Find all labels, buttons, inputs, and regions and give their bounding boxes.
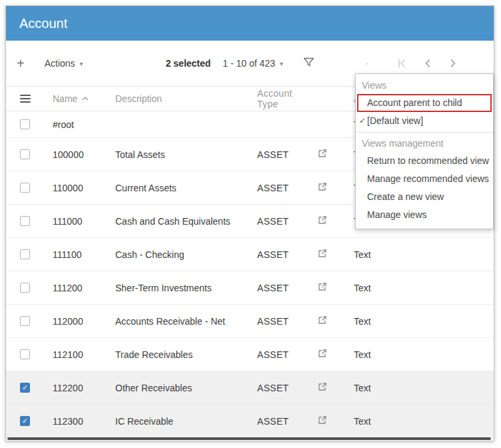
column-menu-icon[interactable] [20,95,31,103]
row-checkbox[interactable] [20,249,30,259]
cell-text: Text [339,249,494,260]
row-checkbox[interactable]: ✓ [20,383,30,393]
horizontal-scrollbar-thumb[interactable] [7,437,491,440]
cell-name: 100000 [43,149,106,160]
row-checkbox[interactable] [20,149,30,159]
cell-text: Text [339,316,494,327]
cell-name: 112300 [43,416,106,427]
row-checkbox[interactable] [20,216,30,226]
table-row[interactable]: 111200 Sher-Term Investments ASSET Text [6,271,494,305]
cell-name: 112000 [43,316,106,327]
selected-count: 2 selected [166,58,211,69]
menu-item-return-to-recommended-view[interactable]: Return to recommended view [356,152,493,170]
menu-item-create-a-new-view[interactable]: Create a new view [356,188,493,206]
cell-account-type: ASSET [247,283,304,293]
menu-divider [356,132,493,133]
external-link-icon[interactable] [318,315,327,327]
pagination-controls [396,58,458,69]
cell-name: 112200 [43,383,106,393]
view-menu: Views Account parent to child ✓ [Default… [355,73,494,229]
external-link-icon[interactable] [318,215,327,227]
page-title-bar: Account [6,6,494,41]
row-checkbox[interactable] [20,183,30,193]
row-checkbox[interactable] [20,119,30,129]
cell-account-type: ASSET [247,216,304,227]
chevron-right-icon [448,58,458,69]
row-checkbox[interactable] [20,349,30,359]
cell-name: 110000 [43,183,106,193]
first-page-icon [396,58,407,69]
column-header-description[interactable]: Description [106,93,247,104]
menu-item-manage-views[interactable]: Manage views [356,206,493,224]
sort-ascending-icon [82,97,89,101]
table-row[interactable]: 112100 Trade Receivables ASSET Text [6,338,494,371]
actions-dropdown-button[interactable]: Actions ▾ [45,58,83,69]
chevron-down-icon: ▾ [280,60,283,67]
table-row[interactable]: 112000 Accounts Receivable - Net ASSET T… [6,305,494,338]
app-window: Account + Actions ▾ 2 selected 1 - 10 of… [5,5,494,441]
page-title: Account [19,16,67,31]
external-link-icon[interactable] [318,415,327,427]
cell-account-type: ASSET [247,383,304,393]
cell-name: #root [43,119,106,130]
table-row[interactable]: ✓ 112200 Other Receivables ASSET Text [6,371,494,405]
menu-item-label: [Default view] [367,115,423,126]
row-checkbox[interactable]: ✓ [20,416,30,426]
cell-account-type: ASSET [247,249,304,260]
check-icon: ✓ [359,112,366,130]
row-checkbox[interactable] [20,283,30,293]
cell-description: Current Assets [106,183,247,193]
table-row[interactable]: 111100 Cash - Checking ASSET Text [6,238,494,271]
cell-name: 111000 [43,216,106,227]
external-link-icon[interactable] [318,249,327,260]
external-link-icon[interactable] [318,182,327,193]
actions-label: Actions [45,58,75,69]
table-row[interactable]: ✓ 112300 IC Receivable ASSET Text [6,405,494,438]
cell-account-type: ASSET [247,183,304,193]
external-link-icon[interactable] [318,149,327,160]
cell-text: Text [339,383,494,393]
external-link-icon[interactable] [318,382,327,393]
cell-description: Cash - Checking [106,249,247,260]
cell-description: IC Receivable [106,416,247,427]
cell-description: Accounts Receivable - Net [106,316,247,327]
view-dropdown-button[interactable]: View ▾ [332,53,376,73]
chevron-down-icon: ▾ [80,60,83,67]
cell-text: Text [339,283,494,293]
cell-text: Text [339,416,494,427]
previous-page-button[interactable] [423,58,432,69]
pagination-range-label: 1 - 10 of 423 [223,58,275,69]
cell-description: Other Receivables [106,383,247,393]
chevron-down-icon: ▾ [365,60,368,67]
cell-description: Cash and Cash Equivalents [106,216,247,227]
pagination-range-dropdown[interactable]: 1 - 10 of 423 ▾ [223,58,283,69]
external-link-icon[interactable] [318,282,327,293]
add-button[interactable]: + [17,57,25,70]
cell-account-type: ASSET [247,316,304,327]
chevron-left-icon [423,58,432,69]
cell-description: Sher-Term Investments [106,283,247,293]
check-icon: ✓ [22,383,28,392]
filter-button[interactable] [303,57,314,69]
cell-name: 112100 [43,349,106,360]
row-checkbox[interactable] [20,316,30,326]
cell-description: Trade Receivables [106,349,247,360]
column-header-account-type[interactable]: Account Type [247,88,304,109]
external-link-icon[interactable] [318,349,327,360]
column-header-name[interactable]: Name [43,93,106,104]
cell-account-type: ASSET [247,349,304,360]
menu-item-default-view[interactable]: ✓ [Default view] [356,112,493,130]
funnel-icon [303,57,314,69]
menu-item-account-parent-to-child[interactable]: Account parent to child [357,94,492,112]
menu-section-header-views: Views [356,77,493,94]
check-icon: ✓ [22,417,28,425]
menu-section-header-views-management: Views management [356,135,493,152]
cell-text: Text [339,349,494,360]
next-page-button[interactable] [448,58,458,69]
menu-item-manage-recommended-views[interactable]: Manage recommended views [356,170,493,188]
cell-account-type: ASSET [247,149,304,160]
cell-account-type: ASSET [247,416,304,427]
cell-name: 111100 [43,249,106,260]
column-header-label: Name [53,93,77,104]
first-page-button[interactable] [396,58,407,69]
